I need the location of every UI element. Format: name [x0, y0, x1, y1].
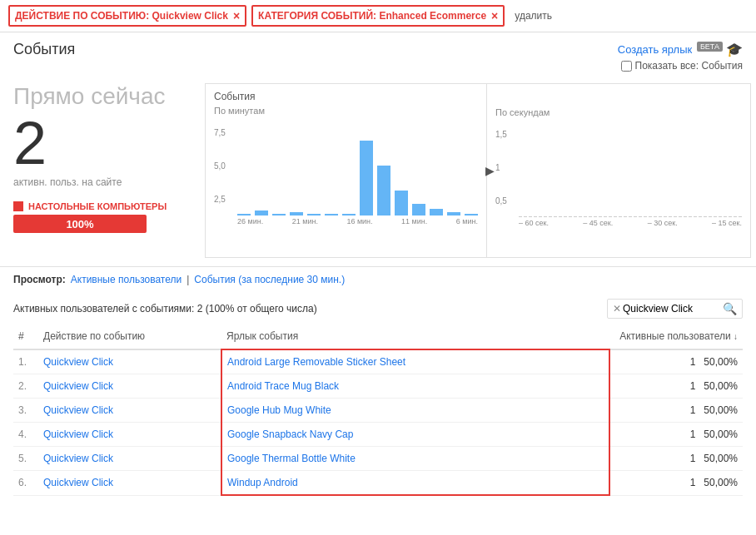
desktop-label-text: НАСТОЛЬНЫЕ КОМПЬЮТЕРЫ [28, 201, 167, 211]
main-content: Прямо сейчас 2 активн. польз. на сайте Н… [0, 75, 756, 266]
sec-bar [559, 216, 562, 217]
table-row: 1. Quickview Click Android Large Removab… [13, 349, 743, 374]
x-label-45sec: – 45 сек. [583, 219, 613, 227]
sec-bar [699, 216, 702, 217]
action-link[interactable]: Quickview Click [43, 380, 113, 392]
filter-bar: ДЕЙСТВИЕ ПО СОБЫТИЮ: Quickview Click × К… [0, 0, 756, 32]
filter-chip-action[interactable]: ДЕЙСТВИЕ ПО СОБЫТИЮ: Quickview Click × [8, 5, 246, 27]
page-header: События Создать ярлык БЕТА 🎓 [0, 32, 756, 63]
search-box[interactable]: ✕ 🔍 [607, 299, 743, 319]
action-link[interactable]: Quickview Click [43, 356, 113, 368]
row-num: 4. [13, 423, 38, 447]
row-num: 1. [13, 349, 38, 374]
expand-arrow[interactable]: ▶ [485, 164, 495, 177]
sec-bar [609, 216, 612, 217]
x-label-11: 11 мин. [401, 217, 427, 225]
y-label-50: 5,0 [214, 161, 226, 171]
sec-bar [709, 216, 712, 217]
x-label-6: 6 мин. [456, 217, 478, 225]
bar-9 [377, 166, 390, 215]
y-label-15: 1,5 [495, 130, 507, 139]
row-label: Google Snapback Navy Cap [221, 423, 609, 447]
sec-bar [604, 216, 607, 217]
row-users: 1 50,00% [609, 399, 743, 423]
sec-bar [729, 216, 732, 217]
search-clear-icon[interactable]: ✕ [613, 303, 621, 315]
row-label: Android Trace Mug Black [221, 374, 609, 399]
show-all-checkbox[interactable] [621, 61, 632, 72]
create-label-area: Создать ярлык БЕТА 🎓 [618, 42, 743, 57]
sec-bar [544, 216, 547, 217]
filter-chip-category-close[interactable]: × [491, 9, 498, 22]
bar-1 [237, 214, 251, 215]
action-link[interactable]: Quickview Click [43, 428, 113, 440]
bar-13 [447, 212, 460, 215]
sec-bar [704, 216, 707, 217]
y-label-75: 7,5 [214, 128, 226, 137]
action-link[interactable]: Quickview Click [43, 453, 113, 464]
x-label-60sec: – 60 сек. [519, 219, 549, 227]
filter-chip-action-close[interactable]: × [233, 9, 240, 22]
sec-bar [739, 216, 742, 217]
bar-10 [395, 191, 408, 215]
label-link[interactable]: Android Large Removable Sticker Sheet [227, 356, 405, 368]
sec-bar [659, 216, 662, 217]
filter-chip-category[interactable]: КАТЕГОРИЯ СОБЫТИЙ: Enhanced Ecommerce × [251, 5, 505, 27]
sec-bar [594, 216, 597, 217]
search-icon[interactable]: 🔍 [723, 302, 737, 315]
show-all-checkbox-area: Показать все: События [621, 60, 743, 72]
label-link[interactable]: Google Thermal Bottle White [227, 453, 356, 464]
show-all-label: Показать все: События [635, 60, 743, 72]
row-label: Google Hub Mug White [221, 399, 609, 423]
bar-14 [465, 214, 478, 215]
label-link[interactable]: Windup Android [227, 477, 298, 488]
bar-8 [360, 141, 373, 215]
bar-2 [255, 211, 268, 215]
row-num: 3. [13, 399, 38, 423]
view-bar-label: Просмотр: [13, 274, 66, 285]
view-bar-separator: | [187, 274, 189, 285]
view-bar-link1[interactable]: Активные пользователи [71, 274, 182, 285]
y-label-25: 2,5 [214, 195, 226, 204]
create-label-link[interactable]: Создать ярлык БЕТА [618, 42, 723, 56]
desktop-dot-icon [13, 201, 23, 211]
col-label: Ярлык события [221, 324, 609, 349]
charts-area: События По минутам 7,5 5,0 2,5 [205, 83, 751, 258]
sec-bar [714, 216, 717, 217]
row-num: 5. [13, 447, 38, 471]
table-body: 1. Quickview Click Android Large Removab… [13, 349, 743, 495]
graduation-hat-icon: 🎓 [726, 42, 743, 57]
label-link[interactable]: Google Snapback Navy Cap [227, 428, 353, 440]
create-label-text: Создать ярлык [618, 44, 692, 57]
row-num: 2. [13, 374, 38, 399]
y-label-05: 0,5 [495, 196, 507, 206]
label-link[interactable]: Android Trace Mug Black [227, 380, 339, 392]
filter-chip-action-label: ДЕЙСТВИЕ ПО СОБЫТИЮ: Quickview Click [15, 10, 228, 22]
row-action: Quickview Click [38, 374, 221, 399]
row-action: Quickview Click [38, 349, 221, 374]
sec-bar [694, 216, 697, 217]
view-bar: Просмотр: Активные пользователи | Событи… [0, 266, 756, 292]
row-action: Quickview Click [38, 423, 221, 447]
x-label-26: 26 мин. [237, 217, 263, 225]
delete-filters-link[interactable]: удалить [515, 10, 552, 22]
sort-icon[interactable]: ↓ [734, 332, 738, 341]
active-users-label: активн. польз. на сайте [13, 176, 196, 188]
per-second-chart: По секундам 1,5 1 0,5 [487, 84, 750, 257]
sec-bar [534, 216, 537, 217]
view-bar-link2[interactable]: События (за последние 30 мин.) [194, 274, 345, 285]
label-link[interactable]: Google Hub Mug White [227, 404, 331, 416]
action-link[interactable]: Quickview Click [43, 404, 113, 416]
sec-bar [689, 216, 692, 217]
sec-bar [639, 216, 642, 217]
action-link[interactable]: Quickview Click [43, 477, 113, 488]
page-title: События [13, 41, 75, 58]
table-row: 5. Quickview Click Google Thermal Bottle… [13, 447, 743, 471]
bar-5 [307, 214, 321, 215]
sec-bar [724, 216, 727, 217]
col-users-text: Активные пользователи [619, 330, 730, 342]
table-head-row: # Действие по событию Ярлык события Акти… [13, 324, 743, 349]
search-input[interactable] [623, 303, 723, 315]
table-header-row: Активных пользователей с событиями: 2 (1… [13, 292, 743, 324]
bar-6 [325, 214, 338, 215]
